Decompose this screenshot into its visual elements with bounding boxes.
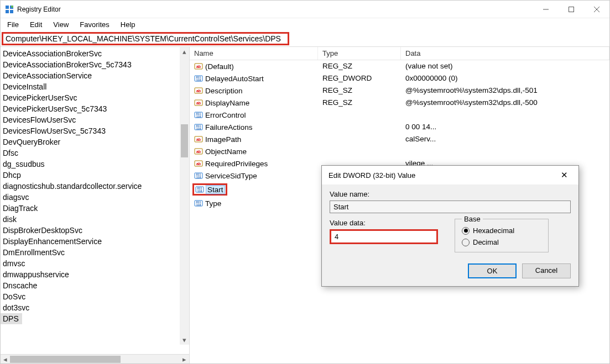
cancel-button[interactable]: Cancel — [522, 263, 571, 278]
dialog-close-button[interactable]: ✕ — [556, 170, 572, 180]
radio-decimal[interactable]: Decimal — [462, 238, 541, 246]
svg-text:110: 110 — [196, 78, 201, 82]
radio-hexadecimal[interactable]: Hexadecimal — [462, 226, 541, 235]
col-header-data[interactable]: Data — [401, 47, 609, 60]
tree-item[interactable]: DisplayEnhancementService — [1, 236, 189, 247]
tree-item[interactable]: DevicesFlowUserSvc — [1, 114, 189, 125]
tree-item[interactable]: dot3svc — [1, 302, 189, 313]
radio-icon — [462, 239, 470, 246]
tree-item[interactable]: DmEnrollmentSvc — [1, 247, 189, 258]
tree-item[interactable]: diagsvc — [1, 192, 189, 203]
value-name: ServiceSidType — [205, 172, 257, 180]
col-header-type[interactable]: Type — [318, 47, 401, 60]
tree-item[interactable]: DevicePickerUserSvc — [1, 92, 189, 103]
tree-item[interactable]: DPS — [1, 313, 22, 324]
value-row[interactable]: abDescriptionREG_SZ@%systemroot%\system3… — [190, 85, 609, 97]
value-type: REG_SZ — [318, 98, 401, 108]
dialog-title: Edit DWORD (32-bit) Value — [329, 171, 556, 180]
value-data: (value not set) — [401, 61, 609, 71]
base-fieldset: Base Hexadecimal Decimal — [455, 219, 549, 252]
tree-item[interactable]: DiagTrack — [1, 203, 189, 214]
menubar: File Edit View Favorites Help — [1, 18, 609, 32]
col-header-name[interactable]: Name — [190, 47, 318, 60]
close-button[interactable] — [584, 1, 609, 18]
value-name-label: Value name: — [330, 190, 571, 198]
value-name: ObjectName — [205, 147, 247, 156]
ok-button[interactable]: OK — [468, 263, 517, 278]
tree-item[interactable]: DoSvc — [1, 291, 189, 302]
tree-item[interactable]: Dfsc — [1, 147, 189, 159]
value-row[interactable]: abDisplayNameREG_SZ@%systemroot%\system3… — [190, 97, 609, 109]
tree-item[interactable]: Dnscache — [1, 280, 189, 291]
value-name: ErrorControl — [205, 111, 246, 119]
svg-text:ab: ab — [196, 89, 201, 93]
string-value-icon: ab — [194, 135, 203, 144]
key-tree-list[interactable]: DeviceAssociationBrokerSvcDeviceAssociat… — [1, 47, 189, 324]
minimize-button[interactable] — [533, 1, 559, 18]
menu-edit[interactable]: Edit — [25, 19, 46, 30]
scroll-down-arrow[interactable]: ▾ — [180, 335, 189, 345]
value-row[interactable]: abObjectName — [190, 145, 609, 157]
svg-text:110: 110 — [196, 176, 201, 179]
radio-hex-label: Hexadecimal — [473, 226, 514, 235]
tree-item[interactable]: DeviceInstall — [1, 81, 189, 92]
value-type — [318, 110, 401, 120]
scroll-thumb[interactable] — [181, 124, 188, 157]
value-row[interactable]: ab(Default)REG_SZ(value not set) — [190, 60, 609, 72]
value-name: RequiredPrivileges — [205, 160, 268, 168]
address-bar[interactable]: Computer\HKEY_LOCAL_MACHINE\SYSTEM\Curre… — [2, 32, 289, 45]
tree-item[interactable]: disk — [1, 214, 189, 225]
tree-item[interactable]: dmwappushservice — [1, 269, 189, 280]
dword-value-icon: 011110 — [194, 171, 203, 180]
dword-value-icon: 011110 — [194, 110, 203, 119]
registry-editor-window: Registry Editor File Edit View Favorites… — [0, 0, 610, 364]
value-data-input[interactable] — [331, 231, 436, 242]
tree-item[interactable]: DispBrokerDesktopSvc — [1, 225, 189, 236]
tree-item[interactable]: diagnosticshub.standardcollector.service — [1, 181, 189, 192]
value-name-input[interactable] — [330, 201, 571, 213]
tree-item[interactable]: DevicePickerUserSvc_5c7343 — [1, 103, 189, 114]
tree-item[interactable]: dg_ssudbus — [1, 159, 189, 170]
value-type — [318, 122, 401, 132]
scroll-up-arrow[interactable]: ▴ — [180, 47, 189, 56]
maximize-button[interactable] — [559, 1, 584, 18]
svg-rect-2 — [6, 10, 9, 13]
scroll-thumb-h[interactable] — [10, 356, 121, 363]
value-data: calServ... — [401, 134, 609, 144]
tree-horizontal-scrollbar[interactable]: ◂ ▸ — [1, 354, 189, 363]
tree-item[interactable]: DevQueryBroker — [1, 136, 189, 147]
tree-vertical-scrollbar[interactable]: ▴ ▾ — [180, 47, 189, 345]
value-row[interactable]: abImagePathcalServ... — [190, 133, 609, 145]
svg-point-4 — [11, 6, 13, 8]
tree-item[interactable]: Dhcp — [1, 170, 189, 181]
menu-file[interactable]: File — [3, 19, 23, 30]
tree-item[interactable]: DeviceAssociationBrokerSvc — [1, 48, 189, 59]
value-row[interactable]: 011110ErrorControl — [190, 109, 609, 121]
menu-help[interactable]: Help — [116, 19, 140, 30]
value-type: REG_SZ — [318, 61, 401, 71]
tree-item[interactable]: dmvsc — [1, 258, 189, 269]
value-data: @%systemroot%\system32\dps.dll,-500 — [401, 98, 609, 108]
tree-item[interactable]: DeviceAssociationService — [1, 70, 189, 81]
value-data — [401, 146, 609, 156]
value-data: 0 00 14... — [401, 122, 609, 132]
svg-text:ab: ab — [196, 101, 201, 105]
svg-text:110: 110 — [196, 203, 201, 207]
scroll-right-arrow[interactable]: ▸ — [180, 355, 189, 364]
radio-icon — [462, 227, 470, 235]
value-name: Start — [206, 186, 225, 194]
dword-value-icon: 011110 — [195, 185, 204, 194]
value-row[interactable]: 011110FailureActions0 00 14... — [190, 121, 609, 133]
edit-dword-dialog: Edit DWORD (32-bit) Value ✕ Value name: … — [321, 165, 579, 287]
menu-favorites[interactable]: Favorites — [75, 19, 113, 30]
app-icon — [5, 5, 14, 14]
scroll-left-arrow[interactable]: ◂ — [1, 355, 10, 364]
svg-text:110: 110 — [197, 189, 202, 193]
tree-item[interactable]: DeviceAssociationBrokerSvc_5c7343 — [1, 59, 189, 70]
titlebar: Registry Editor — [1, 1, 609, 18]
menu-view[interactable]: View — [49, 19, 73, 30]
svg-text:ab: ab — [196, 65, 201, 68]
tree-item[interactable]: DevicesFlowUserSvc_5c7343 — [1, 125, 189, 136]
list-header: Name Type Data — [190, 47, 609, 60]
value-row[interactable]: 011110DelayedAutoStartREG_DWORD0x0000000… — [190, 72, 609, 85]
